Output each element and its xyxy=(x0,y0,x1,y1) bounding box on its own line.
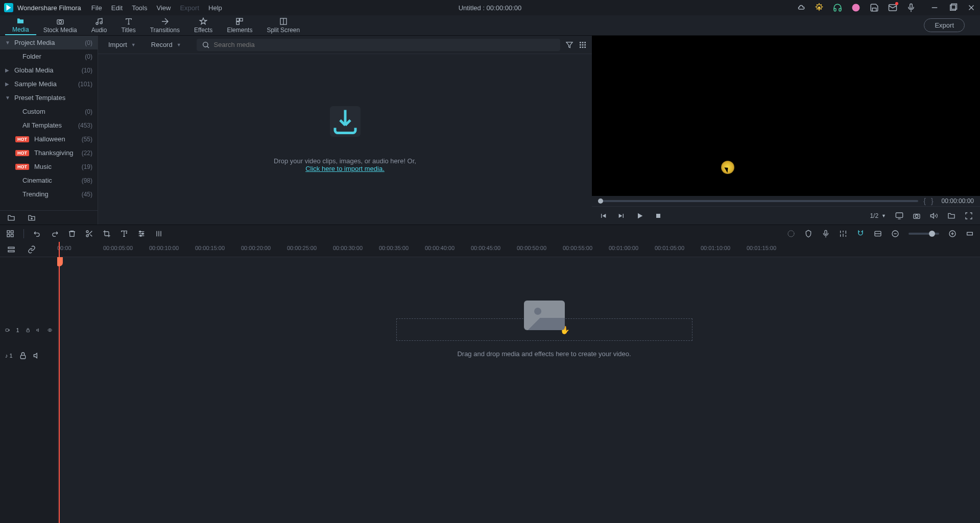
tree-count: (55) xyxy=(82,136,92,143)
lock-icon[interactable] xyxy=(19,352,27,360)
scale-selector[interactable]: 1/2 ▼ xyxy=(870,212,886,219)
zoom-in-icon[interactable] xyxy=(948,230,957,238)
tab-stock-media[interactable]: Stock Media xyxy=(36,15,84,35)
proxy-icon[interactable] xyxy=(6,230,14,238)
gear-icon[interactable] xyxy=(815,3,824,12)
timeline-drop-zone[interactable]: ✋ Drag and drop media and effects here t… xyxy=(261,318,827,358)
import-dropdown[interactable]: Import ▼ xyxy=(103,39,141,51)
play-icon[interactable] xyxy=(636,212,644,220)
display-icon[interactable] xyxy=(895,212,903,220)
render-icon[interactable] xyxy=(787,230,795,238)
sidebar-item-folder[interactable]: Folder(0) xyxy=(0,49,98,63)
undo-icon[interactable] xyxy=(33,230,41,238)
minimize-icon[interactable] xyxy=(930,3,939,12)
sidebar-item-cinematic[interactable]: Cinematic(98) xyxy=(0,173,98,187)
playhead[interactable] xyxy=(59,242,60,523)
zoom-out-icon[interactable] xyxy=(891,230,899,238)
eye-icon[interactable] xyxy=(47,326,52,334)
mute-icon[interactable] xyxy=(33,352,41,360)
filter-icon[interactable] xyxy=(565,41,573,49)
voiceover-icon[interactable] xyxy=(822,230,830,238)
track-manage-icon[interactable] xyxy=(7,245,15,254)
link-track-icon[interactable] xyxy=(874,230,882,238)
collapse-handle-icon[interactable]: ◀ xyxy=(98,158,98,177)
export-frame-icon[interactable] xyxy=(947,212,955,220)
maximize-icon[interactable] xyxy=(948,3,958,12)
scrubber-thumb[interactable] xyxy=(598,198,603,204)
brace-right-icon[interactable]: } xyxy=(931,197,934,205)
mic-icon[interactable] xyxy=(906,3,916,12)
sidebar-item-all-templates[interactable]: All Templates(453) xyxy=(0,118,98,132)
text-tool-icon[interactable] xyxy=(120,230,128,238)
menu-help[interactable]: Help xyxy=(208,4,222,12)
tab-media[interactable]: Media xyxy=(5,15,36,35)
lock-icon[interactable] xyxy=(26,326,30,334)
search-input[interactable] xyxy=(214,41,555,48)
delete-icon[interactable] xyxy=(68,230,76,238)
snapshot-icon[interactable] xyxy=(913,212,921,220)
zoom-fit-icon[interactable] xyxy=(966,230,974,238)
sidebar-item-project-media[interactable]: ▼Project Media(0) xyxy=(0,36,98,49)
media-drop-zone[interactable]: Drop your video clips, images, or audio … xyxy=(98,54,592,225)
timeline-ruler[interactable]: 00:0000:00:05:0000:00:10:0000:00:15:0000… xyxy=(57,242,980,257)
speed-icon[interactable] xyxy=(137,230,146,238)
prev-frame-icon[interactable] xyxy=(599,212,607,220)
zoom-slider[interactable] xyxy=(909,233,939,235)
ruler-tick: 00:00:15:00 xyxy=(195,245,225,251)
record-dropdown[interactable]: Record ▼ xyxy=(146,39,186,51)
tab-split-screen[interactable]: Split Screen xyxy=(259,15,307,35)
fullscreen-icon[interactable] xyxy=(965,212,973,220)
sidebar-item-music[interactable]: HOTMusic(19) xyxy=(0,160,98,173)
export-button[interactable]: Export xyxy=(924,18,965,32)
import-link[interactable]: Click here to import media. xyxy=(305,165,385,172)
tab-titles[interactable]: Titles xyxy=(114,15,142,35)
tab-audio[interactable]: Audio xyxy=(84,15,114,35)
mute-icon[interactable] xyxy=(36,326,41,334)
stop-icon[interactable] xyxy=(654,212,662,220)
color-icon[interactable] xyxy=(155,230,163,238)
brace-left-icon[interactable]: { xyxy=(923,197,926,205)
tab-effects[interactable]: Effects xyxy=(187,15,220,35)
headphones-icon[interactable] xyxy=(833,3,842,12)
tab-elements[interactable]: Elements xyxy=(220,15,259,35)
mail-icon[interactable] xyxy=(888,3,897,12)
redo-icon[interactable] xyxy=(51,230,59,238)
sidebar-item-global-media[interactable]: ▶Global Media(10) xyxy=(0,63,98,77)
mixer-icon[interactable] xyxy=(839,230,847,238)
next-frame-icon[interactable] xyxy=(617,212,626,220)
magnet-icon[interactable] xyxy=(856,230,865,238)
menu-edit[interactable]: Edit xyxy=(111,4,123,12)
chevron-down-icon: ▼ xyxy=(131,42,136,47)
sidebar-item-trending[interactable]: Trending(45) xyxy=(0,187,98,201)
menu-view[interactable]: View xyxy=(156,4,171,12)
close-icon[interactable] xyxy=(967,3,976,12)
sidebar-item-thanksgiving[interactable]: HOTThanksgiving(22) xyxy=(0,146,98,160)
zoom-thumb[interactable] xyxy=(929,231,935,237)
timeline-main[interactable]: 00:0000:00:05:0000:00:10:0000:00:15:0000… xyxy=(57,242,980,523)
scrubber-track[interactable] xyxy=(598,200,918,202)
menu-tools[interactable]: Tools xyxy=(132,4,147,12)
sidebar-item-preset-templates[interactable]: ▼Preset Templates xyxy=(0,91,98,105)
new-folder-icon[interactable] xyxy=(7,214,15,222)
audio-track-header[interactable]: ♪ 1 xyxy=(0,343,57,368)
save-icon[interactable] xyxy=(870,3,879,12)
link-icon[interactable] xyxy=(28,245,36,254)
cloud-icon[interactable] xyxy=(796,3,805,12)
new-folder-plus-icon[interactable] xyxy=(28,214,36,222)
sidebar-item-halloween[interactable]: HOTHalloween(55) xyxy=(0,132,98,146)
grid-icon[interactable] xyxy=(579,41,587,49)
playhead-handle[interactable] xyxy=(57,257,63,266)
sidebar-item-sample-media[interactable]: ▶Sample Media(101) xyxy=(0,77,98,91)
search-box[interactable] xyxy=(197,39,560,51)
tab-transitions[interactable]: Transitions xyxy=(143,15,187,35)
sidebar-item-custom[interactable]: Custom(0) xyxy=(0,105,98,118)
preview-video[interactable] xyxy=(592,36,980,196)
profile-icon[interactable] xyxy=(851,3,861,12)
marker-icon[interactable] xyxy=(804,230,812,238)
crop-icon[interactable] xyxy=(103,230,111,238)
cut-icon[interactable] xyxy=(85,230,93,238)
menu-file[interactable]: File xyxy=(91,4,102,12)
video-track-header[interactable]: 1 xyxy=(0,317,57,343)
tabbar: Media Stock Media Audio Titles Transitio… xyxy=(0,15,980,36)
volume-icon[interactable] xyxy=(930,212,938,220)
